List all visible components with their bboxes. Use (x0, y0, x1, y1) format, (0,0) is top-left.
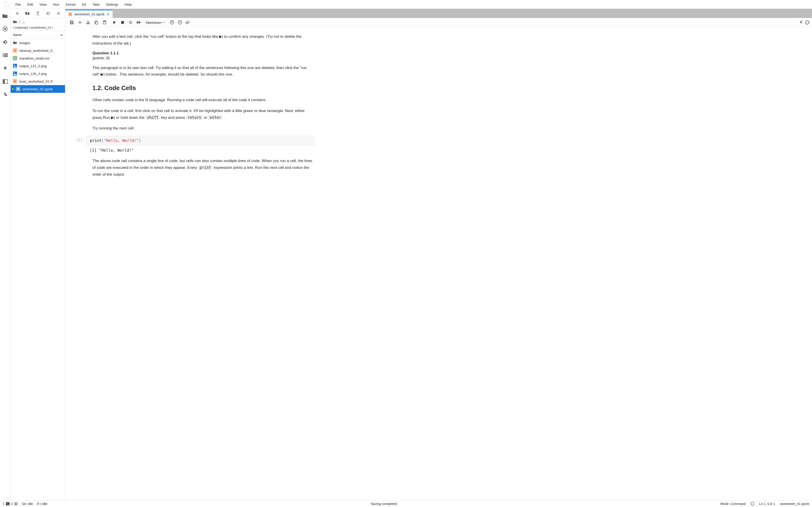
history-icon[interactable] (176, 19, 184, 26)
breadcrumb-path[interactable]: / materials / worksheet_01 / (11, 25, 65, 31)
file-name: worksheet_01.ipynb (22, 87, 53, 91)
close-icon[interactable] (107, 13, 109, 16)
status-terminals-count[interactable]: 1 (3, 502, 5, 506)
file-row[interactable]: images (11, 39, 65, 47)
file-row[interactable]: worksheet_01.ipynb (11, 85, 65, 93)
file-list: imagescleanup_worksheet_0...marathon_sma… (11, 39, 65, 500)
notebook-body[interactable]: After you edit a text cell, click the "r… (65, 27, 812, 500)
breadcrumb-more[interactable]: … (21, 20, 25, 24)
run-icon[interactable] (111, 19, 118, 26)
menu-git[interactable]: Git (79, 1, 89, 8)
activity-extensions-icon[interactable] (2, 92, 8, 98)
kbd-return: return (186, 115, 203, 120)
svg-rect-25 (14, 80, 16, 82)
file-row[interactable]: tests_worksheet_01.R (11, 77, 65, 85)
chevron-down-icon (162, 22, 165, 23)
code-after: The above code cell contains a single li… (92, 158, 314, 178)
kbd-enter: enter (208, 115, 222, 120)
menu-help[interactable]: Help (121, 1, 135, 8)
activity-sidepanels-icon[interactable] (2, 78, 8, 84)
cell-type-select[interactable]: Markdown (145, 20, 166, 25)
menu-tabs[interactable]: Tabs (89, 1, 103, 8)
question-points: {points: 0} (92, 56, 314, 60)
status-kernel[interactable]: R | Idle (37, 502, 47, 506)
heading-code-cells: 1.2. Code Cells (92, 84, 314, 92)
paste-icon[interactable] (101, 19, 108, 26)
terminal-icon[interactable] (6, 502, 9, 505)
status-docname[interactable]: worksheet_01.ipynb (780, 502, 809, 506)
svg-point-2 (5, 6, 5, 7)
refresh-icon[interactable] (45, 10, 51, 16)
breadcrumb-root[interactable]: / (19, 20, 20, 24)
sort-asc-icon[interactable] (60, 34, 63, 36)
activity-git-icon[interactable] (2, 39, 8, 45)
restart-icon[interactable] (127, 19, 135, 26)
new-folder-icon[interactable] (24, 10, 30, 16)
jupyter-logo (3, 1, 10, 8)
kernel-status-icon[interactable] (805, 20, 809, 24)
kbd-shift: shift (146, 115, 160, 120)
activity-toc-icon[interactable] (2, 52, 8, 58)
menu-kernel[interactable]: Kernel (62, 1, 79, 8)
intro-paragraph: After you edit a text cell, click the "r… (92, 33, 314, 47)
svg-rect-12 (3, 56, 4, 57)
activity-gears-icon[interactable] (2, 65, 8, 71)
menu-run[interactable]: Run (50, 1, 62, 8)
svg-rect-16 (3, 79, 5, 83)
kernel-name[interactable]: R (800, 20, 803, 24)
code-print-kw: print (198, 165, 212, 170)
menu-view[interactable]: View (36, 1, 50, 8)
svg-rect-19 (13, 56, 17, 60)
filebrowser-header[interactable]: Name (11, 31, 65, 39)
cell-type-label: Markdown (146, 20, 161, 24)
menu-edit[interactable]: Edit (24, 1, 36, 8)
status-bar: 1 2 Git: idle R | Idle Saving completed … (0, 500, 812, 507)
svg-rect-41 (6, 502, 9, 505)
file-name: tests_worksheet_01.R (19, 79, 53, 83)
svg-rect-38 (121, 21, 124, 24)
svg-rect-27 (17, 88, 19, 90)
file-name: marathon_small.csv (19, 56, 49, 60)
svg-rect-29 (69, 13, 71, 15)
file-name: cleanup_worksheet_0... (19, 49, 55, 53)
status-cursor[interactable]: Ln 1, Col 1 (759, 502, 775, 506)
cell-output-text: [1] "Hello, World!" (87, 147, 314, 154)
svg-rect-43 (15, 503, 16, 504)
code-cell-1[interactable]: [1]: print("Hello, World!") (73, 136, 314, 145)
trusted-icon[interactable] (751, 502, 754, 506)
file-row[interactable]: marathon_small.csv (11, 54, 65, 62)
cell-source[interactable]: print("Hello, World!") (87, 136, 314, 145)
git-toolbar-label[interactable]: git (186, 20, 189, 24)
notebook-toolbar: Markdown git R (65, 18, 812, 27)
upload-icon[interactable] (35, 10, 41, 16)
status-kernels-count[interactable]: 2 (11, 502, 13, 506)
save-icon[interactable] (68, 19, 76, 26)
git-filter-icon[interactable] (55, 10, 61, 16)
menu-file[interactable]: File (12, 1, 24, 8)
tab-worksheet[interactable]: worksheet_01.ipynb (65, 10, 113, 18)
new-launcher-icon[interactable] (14, 10, 20, 16)
svg-rect-10 (3, 55, 4, 56)
file-row[interactable]: output_121_2.png (11, 62, 65, 70)
menu-settings[interactable]: Settings (103, 1, 121, 8)
restart-run-all-icon[interactable] (135, 19, 143, 26)
svg-rect-9 (4, 53, 8, 54)
svg-point-23 (14, 72, 15, 73)
file-name: output_126_2.png (19, 72, 47, 75)
insert-cell-icon[interactable] (76, 19, 84, 26)
svg-point-0 (4, 2, 5, 3)
status-git[interactable]: Git: idle (22, 502, 33, 506)
interrupt-icon[interactable] (119, 19, 126, 26)
file-row[interactable]: output_126_2.png (11, 70, 65, 77)
status-mode[interactable]: Mode: Command (720, 502, 746, 506)
cut-icon[interactable] (84, 19, 92, 26)
chip-icon[interactable] (14, 502, 18, 506)
copy-icon[interactable] (92, 19, 100, 26)
svg-point-1 (8, 6, 9, 7)
filebrowser-toolbar (11, 9, 65, 18)
activity-running-icon[interactable] (2, 26, 8, 32)
activity-files-icon[interactable] (2, 13, 8, 19)
file-row[interactable]: cleanup_worksheet_0... (11, 47, 65, 54)
folder-icon[interactable] (13, 20, 17, 23)
render-icon[interactable] (168, 19, 175, 26)
